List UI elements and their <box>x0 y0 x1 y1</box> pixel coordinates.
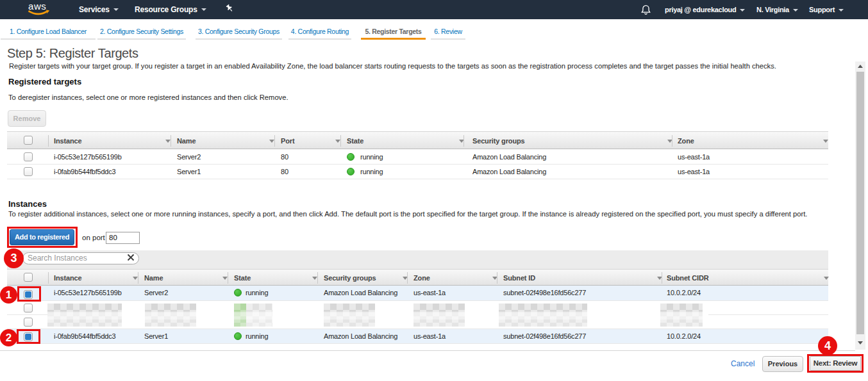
svg-text:aws: aws <box>28 1 46 12</box>
